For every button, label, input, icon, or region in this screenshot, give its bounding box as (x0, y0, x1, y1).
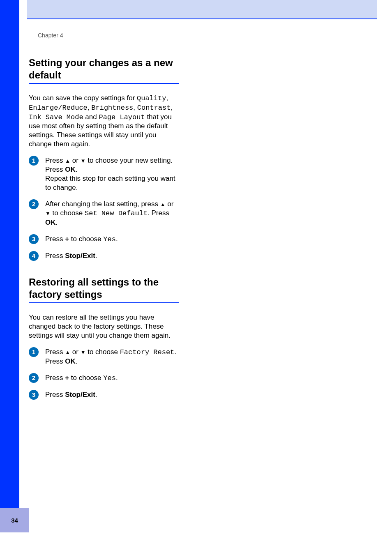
mono-yes: Yes (103, 374, 116, 382)
step-text: to choose (69, 374, 103, 382)
sep: , (166, 94, 168, 102)
step-text: . (116, 374, 118, 382)
mono-page-layout: Page Layout (99, 113, 145, 121)
step-text: Press (45, 391, 65, 398)
ok-label: OK (65, 166, 76, 173)
step-3: Press Stop/Exit. (29, 390, 179, 399)
mono-brightness: Brightness (91, 104, 133, 112)
page-number-box: 34 (0, 508, 29, 532)
step-3: Press + to choose Yes. (29, 235, 179, 244)
up-arrow-icon: ▲ (65, 349, 70, 356)
step-text: Press (45, 252, 65, 260)
step-text: or (166, 200, 174, 208)
step-text: . (56, 219, 58, 226)
step-2: Press + to choose Yes. (29, 373, 179, 383)
step-text: . (95, 252, 97, 260)
section1-title: Setting your changes as a new default (29, 57, 179, 84)
mono-yes: Yes (103, 235, 116, 243)
mono-quality: Quality (137, 94, 166, 102)
step-text: Press (45, 348, 65, 356)
down-arrow-icon: ▼ (81, 349, 86, 356)
step-text: . (76, 357, 78, 365)
top-header-band (27, 0, 377, 19)
and: and (83, 113, 99, 121)
step-text: Press (45, 357, 65, 365)
page-number: 34 (11, 517, 18, 524)
step-text: . (95, 391, 97, 398)
left-sidebar-stripe (0, 0, 19, 532)
section2-steps: Press ▲ or ▼ to choose Factory Reset. Pr… (29, 348, 179, 399)
step-text: Press (45, 157, 65, 164)
stop-exit-label: Stop/Exit (65, 391, 95, 398)
mono-factory-reset: Factory Reset (120, 348, 175, 356)
step-4: Press Stop/Exit. (29, 251, 179, 260)
down-arrow-icon: ▼ (45, 210, 51, 217)
step-1: Press ▲ or ▼ to choose your new setting.… (29, 156, 179, 192)
step-text: to choose (51, 209, 85, 217)
mono-set-new-default: Set New Default (85, 210, 148, 217)
mono-enlarge-reduce: Enlarge/Reduce (29, 104, 88, 112)
mono-ink-save: Ink Save Mode (29, 113, 83, 121)
section1-steps: Press ▲ or ▼ to choose your new setting.… (29, 156, 179, 261)
step-text: Press (45, 374, 65, 382)
step-text: Press (45, 235, 65, 243)
plus-label: + (65, 374, 69, 382)
up-arrow-icon: ▲ (160, 201, 166, 208)
chapter-label: Chapter 4 (38, 32, 63, 39)
step-text: to choose (69, 235, 103, 243)
section1-intro: You can save the copy settings for Quali… (29, 94, 179, 149)
step-text: Repeat this step for each setting you wa… (45, 175, 175, 191)
step-text: or (70, 157, 81, 164)
step-text: or (70, 348, 81, 356)
step-text: . (174, 348, 176, 356)
step-text: After changing the last setting, press (45, 200, 160, 208)
down-arrow-icon: ▼ (81, 158, 86, 165)
mono-contrast: Contrast (137, 104, 171, 112)
plus-label: + (65, 235, 69, 243)
section2: Restoring all settings to the factory se… (29, 276, 179, 399)
up-arrow-icon: ▲ (65, 158, 70, 165)
section2-title: Restoring all settings to the factory se… (29, 276, 179, 303)
section2-intro: You can restore all the settings you hav… (29, 313, 179, 340)
ok-label: OK (45, 219, 56, 226)
main-content: Setting your changes as a new default Yo… (29, 57, 179, 407)
sep: , (88, 104, 91, 111)
step-text: to choose (86, 348, 120, 356)
sep: , (171, 104, 173, 111)
step-text: . Press (148, 209, 169, 217)
stop-exit-label: Stop/Exit (65, 252, 95, 260)
step-1: Press ▲ or ▼ to choose Factory Reset. Pr… (29, 348, 179, 366)
step-2: After changing the last setting, press ▲… (29, 200, 179, 227)
ok-label: OK (65, 357, 76, 365)
step-text: . (76, 166, 78, 173)
step-text: . (116, 235, 118, 243)
intro-text: You can save the copy settings for (29, 94, 137, 102)
sep: , (133, 104, 137, 111)
